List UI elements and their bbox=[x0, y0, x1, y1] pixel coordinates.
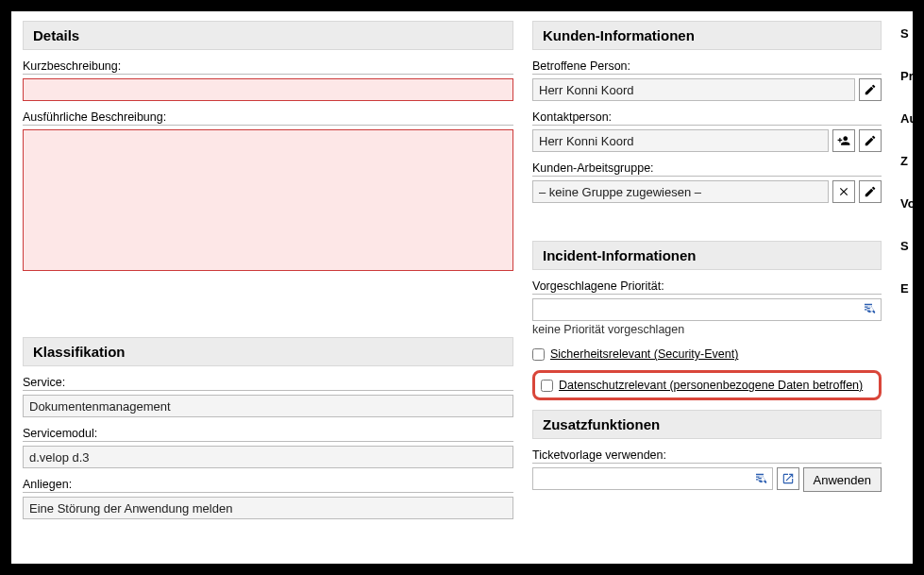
pencil-icon bbox=[864, 134, 877, 147]
prio-label: Vorgeschlagene Priorität: bbox=[532, 279, 882, 295]
sicherheit-row[interactable]: Sicherheitsrelevant (Security-Event) bbox=[532, 346, 882, 363]
datenschutz-checkbox[interactable] bbox=[541, 380, 553, 392]
cutoff-label: Au bbox=[900, 111, 924, 126]
ausfuehrlich-label: Ausführliche Beschreibung: bbox=[23, 110, 513, 126]
arbeitsgruppe-field: Kunden-Arbeitsgruppe: – keine Gruppe zug… bbox=[532, 161, 882, 203]
service-field: Service: Dokumentenmanagement bbox=[23, 376, 513, 417]
vorlage-input[interactable] bbox=[532, 467, 773, 490]
cutoff-label: S bbox=[900, 239, 924, 253]
datenschutz-highlight: Datenschutzrelevant (personenbezogene Da… bbox=[532, 370, 882, 400]
vorlage-label: Ticketvorlage verwenden: bbox=[532, 448, 882, 464]
sicherheit-checkbox[interactable] bbox=[532, 348, 545, 361]
cutoff-label: Z bbox=[900, 154, 924, 168]
betroffene-field: Betroffene Person: Herr Konni Koord bbox=[532, 59, 882, 101]
details-header: Details bbox=[23, 21, 513, 50]
form-frame: Details Kurzbeschreibung: Ausführliche B… bbox=[0, 0, 924, 575]
service-label: Service: bbox=[23, 376, 513, 391]
cutoff-column: S Pr Au Z Vo S E bbox=[900, 21, 924, 554]
sicherheit-label[interactable]: Sicherheitsrelevant (Security-Event) bbox=[550, 347, 738, 361]
right-column: Kunden-Informationen Betroffene Person: … bbox=[532, 21, 882, 554]
ausfuehrlich-field: Ausführliche Beschreibung: bbox=[23, 110, 513, 271]
betroffene-label: Betroffene Person: bbox=[532, 59, 882, 75]
vorlage-field: Ticketvorlage verwenden: Anwenden bbox=[532, 448, 882, 492]
service-value[interactable]: Dokumentenmanagement bbox=[23, 395, 513, 417]
kunden-header: Kunden-Informationen bbox=[532, 21, 882, 50]
cutoff-label: Pr bbox=[900, 69, 924, 83]
lookup-icon[interactable] bbox=[863, 301, 878, 319]
kurzbeschreibung-field: Kurzbeschreibung: bbox=[23, 59, 513, 101]
betroffene-value[interactable]: Herr Konni Koord bbox=[532, 78, 855, 101]
ausfuehrlich-textarea[interactable] bbox=[23, 129, 513, 271]
cutoff-label: S bbox=[900, 26, 924, 41]
external-link-icon bbox=[781, 472, 795, 485]
pencil-icon bbox=[864, 185, 877, 198]
clear-arbeitsgruppe-button[interactable] bbox=[832, 180, 855, 203]
kurzbeschreibung-label: Kurzbeschreibung: bbox=[23, 59, 513, 75]
cutoff-label: E bbox=[900, 281, 924, 296]
user-plus-icon bbox=[837, 134, 850, 147]
arbeitsgruppe-label: Kunden-Arbeitsgruppe: bbox=[532, 161, 882, 177]
prio-field: Vorgeschlagene Priorität: keine Prioritä… bbox=[532, 279, 882, 336]
servicemodul-value[interactable]: d.velop d.3 bbox=[23, 446, 513, 468]
edit-kontakt-button[interactable] bbox=[859, 129, 882, 152]
zusatz-header: Zusatzfunktionen bbox=[532, 410, 882, 439]
datenschutz-row[interactable]: Datenschutzrelevant (personenbezogene Da… bbox=[541, 377, 873, 394]
prio-input[interactable] bbox=[532, 298, 882, 321]
open-external-button[interactable] bbox=[777, 467, 799, 490]
assign-kontakt-button[interactable] bbox=[832, 129, 855, 152]
lookup-icon[interactable] bbox=[754, 471, 769, 489]
anliegen-value[interactable]: Eine Störung der Anwendung melden bbox=[23, 497, 513, 519]
klassifikation-header: Klassifikation bbox=[23, 337, 513, 366]
left-column: Details Kurzbeschreibung: Ausführliche B… bbox=[23, 21, 513, 554]
incident-header: Incident-Informationen bbox=[532, 241, 882, 270]
edit-betroffene-button[interactable] bbox=[859, 78, 882, 101]
anwenden-button[interactable]: Anwenden bbox=[803, 467, 882, 492]
servicemodul-field: Servicemodul: d.velop d.3 bbox=[23, 427, 513, 468]
kontakt-value[interactable]: Herr Konni Koord bbox=[532, 129, 829, 152]
prio-hint: keine Priorität vorgeschlagen bbox=[532, 323, 882, 336]
kurzbeschreibung-input[interactable] bbox=[23, 78, 513, 101]
cutoff-label: Vo bbox=[900, 196, 924, 211]
kontakt-label: Kontaktperson: bbox=[532, 110, 882, 126]
servicemodul-label: Servicemodul: bbox=[23, 427, 513, 442]
pencil-icon bbox=[864, 83, 877, 96]
edit-arbeitsgruppe-button[interactable] bbox=[859, 180, 882, 203]
arbeitsgruppe-value[interactable]: – keine Gruppe zugewiesen – bbox=[532, 180, 829, 203]
anliegen-label: Anliegen: bbox=[23, 478, 513, 493]
close-icon bbox=[837, 185, 850, 198]
anliegen-field: Anliegen: Eine Störung der Anwendung mel… bbox=[23, 478, 513, 519]
datenschutz-label[interactable]: Datenschutzrelevant (personenbezogene Da… bbox=[559, 379, 863, 392]
kontakt-field: Kontaktperson: Herr Konni Koord bbox=[532, 110, 882, 152]
